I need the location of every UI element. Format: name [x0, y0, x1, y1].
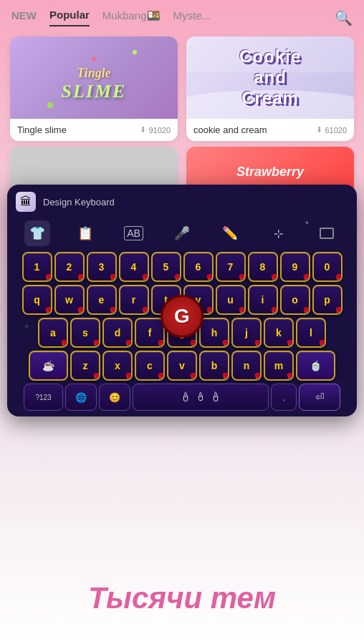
- key-z[interactable]: z🌹: [70, 351, 100, 381]
- keys-area: G 1🌹 2🌹 3🌹 4🌹 5🌹 6🌹 7🌹 8🌹 9🌹 0🌹 q🌹 w🌹 e🌹: [13, 252, 351, 381]
- key-d[interactable]: d🌹: [102, 318, 133, 348]
- tool-arrows[interactable]: ⊹: [266, 220, 292, 246]
- globe-icon: 🌐: [75, 392, 87, 403]
- key-m[interactable]: m🌹: [264, 351, 294, 381]
- key-shift[interactable]: ☕: [29, 351, 68, 381]
- key-f[interactable]: f🌹: [135, 318, 165, 348]
- key-q[interactable]: q🌹: [22, 285, 52, 315]
- key-i[interactable]: i🌹: [248, 285, 278, 315]
- key-j[interactable]: j🌹: [231, 318, 262, 348]
- key-space[interactable]: 🕯 🕯 🕯: [133, 384, 269, 411]
- emoji-icon: 😊: [109, 392, 120, 403]
- key-period[interactable]: .: [271, 384, 297, 411]
- key-p[interactable]: p🌹: [312, 285, 343, 315]
- cookie-count: ⬇ 61020: [316, 125, 347, 135]
- key-3[interactable]: 3🌹: [87, 252, 117, 282]
- strawberry-label: Strawberry: [236, 165, 304, 180]
- nav-new[interactable]: NEW: [11, 9, 37, 26]
- key-u[interactable]: u🌹: [216, 285, 246, 315]
- expand-icon: [320, 228, 334, 239]
- key-8[interactable]: 8🌹: [248, 252, 278, 282]
- nav-mystery[interactable]: Myste...: [173, 9, 211, 26]
- key-4[interactable]: 4🌹: [119, 252, 149, 282]
- key-b[interactable]: b🌹: [199, 351, 229, 381]
- tingle-info: Tingle slime ⬇ 91020: [10, 119, 178, 141]
- number-row: 1🌹 2🌹 3🌹 4🌹 5🌹 6🌹 7🌹 8🌹 9🌹 0🌹: [13, 252, 351, 282]
- key-delete[interactable]: 🍵: [296, 351, 335, 381]
- key-v[interactable]: v🌹: [167, 351, 197, 381]
- key-c[interactable]: c🌹: [135, 351, 165, 381]
- key-6[interactable]: 6🌹: [183, 252, 214, 282]
- top-navigation: NEW Popular Mukbang🍱 Myste... 🔍: [0, 0, 364, 26]
- key-w[interactable]: w🌹: [54, 285, 85, 315]
- tingle-count: ⬇ 91020: [140, 125, 171, 135]
- enter-icon: ⏎: [315, 391, 325, 404]
- key-0[interactable]: 0🌹: [312, 252, 343, 282]
- tool-clipboard[interactable]: 📋: [72, 220, 98, 246]
- tool-theme[interactable]: 👕: [24, 220, 50, 246]
- key-5[interactable]: 5🌹: [151, 252, 181, 282]
- cookie-name: cookie and cream: [193, 125, 267, 135]
- nav-mukbang[interactable]: Mukbang🍱: [102, 9, 161, 26]
- keyboard-title: Design Keyboard: [43, 197, 115, 208]
- key-emoji[interactable]: 😊: [99, 384, 130, 411]
- theme-grid: ♥ Tingle SLIME Tingle slime ⬇ 91020 Cook…: [0, 26, 364, 147]
- key-7[interactable]: 7🌹: [216, 252, 246, 282]
- keyboard-toolbar: 👕 📋 AB 🎤 ✏️ ⊹: [13, 218, 351, 252]
- translate-icon: AB: [124, 226, 143, 240]
- chandelier-center: 🕯: [195, 391, 206, 404]
- key-globe[interactable]: 🌐: [65, 384, 97, 411]
- search-icon[interactable]: 🔍: [335, 9, 353, 26]
- key-s[interactable]: s🌹: [70, 318, 100, 348]
- arrows-icon: ⊹: [274, 227, 283, 240]
- keyboard-rows: 1🌹 2🌹 3🌹 4🌹 5🌹 6🌹 7🌹 8🌹 9🌹 0🌹 q🌹 w🌹 e🌹 r…: [13, 252, 351, 381]
- key-o[interactable]: o🌹: [280, 285, 310, 315]
- key-t[interactable]: t🌹: [151, 285, 181, 315]
- key-e[interactable]: e🌹: [87, 285, 117, 315]
- chandelier-right: 🕯: [209, 390, 222, 405]
- shift-icon: ☕: [42, 360, 54, 371]
- key-h[interactable]: h🌹: [199, 318, 229, 348]
- mic-icon: 🎤: [174, 225, 190, 241]
- tool-translate[interactable]: AB: [121, 220, 147, 246]
- pencil-icon: ✏️: [222, 225, 238, 241]
- period-label: .: [282, 392, 285, 403]
- cookie-info: cookie and cream ⬇ 61020: [186, 119, 354, 141]
- bottom-row: ?123 🌐 😊 🕯 🕯 🕯 . ⏎: [13, 384, 351, 411]
- tool-mic[interactable]: 🎤: [169, 220, 195, 246]
- key-y[interactable]: y🌹: [183, 285, 214, 315]
- key-r[interactable]: r🌹: [119, 285, 149, 315]
- key-l[interactable]: l🌹: [296, 318, 326, 348]
- key-a[interactable]: a🌹: [38, 318, 68, 348]
- shirt-icon: 👕: [29, 225, 45, 241]
- key-1[interactable]: 1🌹: [22, 252, 52, 282]
- nav-popular[interactable]: Popular: [49, 9, 90, 26]
- key-2[interactable]: 2🌹: [54, 252, 85, 282]
- thousands-title: Тысячи тем: [0, 581, 364, 615]
- theme-card-cookie[interactable]: CookieandCream cookie and cream ⬇ 61020: [186, 36, 354, 141]
- keyboard-logo: 🏛: [16, 192, 36, 212]
- num-label: ?123: [35, 394, 51, 401]
- tool-pencil[interactable]: ✏️: [217, 220, 243, 246]
- key-g[interactable]: g🌹: [167, 318, 197, 348]
- key-num[interactable]: ?123: [24, 384, 63, 411]
- asdf-row: a🌹 s🌹 d🌹 f🌹 g🌹 h🌹 j🌹 k🌹 l🌹: [13, 318, 351, 348]
- tingle-slime-image: ♥ Tingle SLIME: [10, 36, 178, 119]
- cookie-cream-label: CookieandCream: [239, 47, 301, 108]
- key-n[interactable]: n🌹: [231, 351, 262, 381]
- key-x[interactable]: x🌹: [102, 351, 133, 381]
- cookie-cream-image: CookieandCream: [186, 36, 354, 119]
- keyboard-overlay: ✦ ✦ ✧ ✧ ✦ 🏛 Design Keyboard 👕 📋 AB 🎤 ✏️ …: [7, 185, 357, 416]
- key-k[interactable]: k🌹: [264, 318, 294, 348]
- zxcv-row: ☕ z🌹 x🌹 c🌹 v🌹 b🌹 n🌹 m🌹 🍵: [13, 351, 351, 381]
- theme-card-tingle[interactable]: ♥ Tingle SLIME Tingle slime ⬇ 91020: [10, 36, 178, 141]
- key-enter[interactable]: ⏎: [299, 384, 340, 411]
- keyboard-header: 🏛 Design Keyboard: [13, 192, 351, 212]
- qwerty-row: q🌹 w🌹 e🌹 r🌹 t🌹 y🌹 u🌹 i🌹 o🌹 p🌹: [13, 285, 351, 315]
- download-icon-2: ⬇: [316, 125, 322, 135]
- tool-expand[interactable]: [314, 220, 340, 246]
- tingle-name: Tingle slime: [17, 125, 67, 135]
- chandelier-icon: 🕯: [179, 390, 192, 405]
- key-9[interactable]: 9🌹: [280, 252, 310, 282]
- column-icon: 🏛: [20, 195, 32, 208]
